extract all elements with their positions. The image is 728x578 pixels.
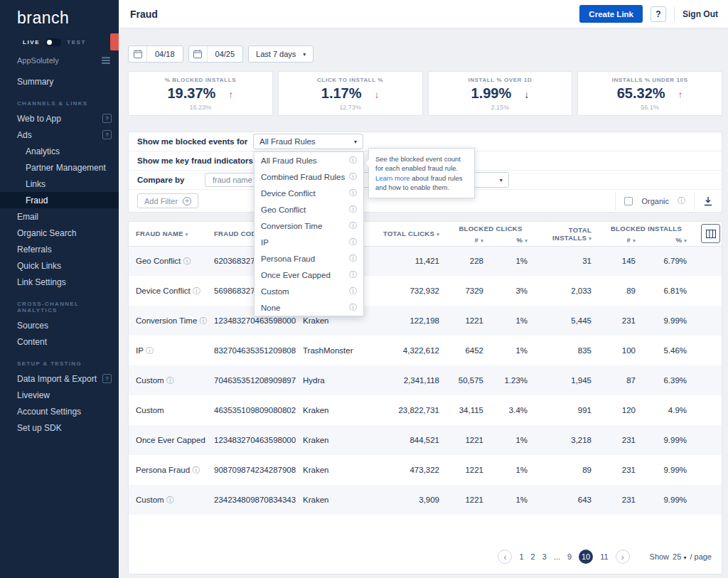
page-number-current[interactable]: 10	[579, 550, 593, 564]
sidebar-item-email[interactable]: Email	[0, 208, 119, 225]
menu-item-custom[interactable]: Customⓘ	[255, 283, 363, 299]
info-icon[interactable]: ⓘ	[349, 188, 357, 198]
column-picker-button[interactable]	[701, 224, 720, 243]
sidebar-item-sources[interactable]: Sources	[0, 317, 119, 333]
info-icon[interactable]: ⓘ	[349, 269, 357, 280]
sort-caret-icon[interactable]: ▾	[525, 238, 528, 243]
menu-item-geo-conflict[interactable]: Geo Conflictⓘ	[255, 201, 363, 218]
app-selector[interactable]: AppSolutely	[0, 50, 119, 65]
info-icon[interactable]: ⓘ	[193, 287, 200, 295]
menu-item-combined-fraud-rules[interactable]: Combined Fraud Rulesⓘ	[255, 168, 363, 185]
header-total-installs[interactable]: TOTAL INSTALLS▾	[535, 222, 599, 246]
sort-caret-icon[interactable]: ▾	[481, 238, 483, 243]
info-icon[interactable]: ⓘ	[146, 346, 154, 355]
sidebar-item-referrals[interactable]: Referrals	[0, 241, 119, 257]
sidebar-item-links[interactable]: Links	[0, 176, 119, 192]
info-icon[interactable]: ⓘ	[349, 302, 357, 313]
sort-caret-icon[interactable]: ▾	[633, 238, 636, 243]
table-cell	[694, 395, 722, 425]
learn-more-link[interactable]: Learn more	[375, 174, 410, 182]
header-fraud-name[interactable]: FRAUD NAME▾	[129, 222, 207, 246]
page-number[interactable]: 11	[600, 552, 608, 561]
table-cell	[694, 246, 722, 276]
menu-item-persona-fraud[interactable]: Persona Fraudⓘ	[255, 250, 363, 267]
info-icon[interactable]: ⓘ	[678, 196, 685, 206]
next-page-button[interactable]: ›	[616, 550, 630, 564]
sidebar-item-web-to-app[interactable]: Web to App ?	[0, 110, 119, 127]
help-badge-icon[interactable]: ?	[102, 374, 112, 383]
fraud-name-text: Custom	[136, 496, 164, 504]
info-icon[interactable]: ⓘ	[349, 171, 357, 182]
fraud-rules-dropdown[interactable]: All Fraud Rules ▾ All Fraud Rulesⓘ Combi…	[253, 134, 363, 149]
sidebar-item-content[interactable]: Content	[0, 333, 119, 350]
metric-value-text: 65.32%	[617, 85, 665, 101]
sidebar-item-organic-search[interactable]: Organic Search	[0, 225, 119, 241]
sidebar-item-data-import-export[interactable]: Data Import & Export ?	[0, 370, 119, 387]
create-link-button[interactable]: Create Link	[579, 5, 643, 23]
info-icon[interactable]: ⓘ	[349, 220, 357, 231]
sort-caret-icon[interactable]: ▾	[186, 232, 188, 237]
menu-item-all-fraud-rules[interactable]: All Fraud Rulesⓘ	[255, 152, 363, 168]
info-icon[interactable]: ⓘ	[349, 204, 357, 215]
live-test-toggle[interactable]	[46, 38, 61, 46]
sort-caret-icon[interactable]: ▾	[437, 232, 439, 237]
header-blocked-installs-pct[interactable]: %▾	[643, 235, 694, 246]
sort-caret-icon[interactable]: ▾	[684, 238, 687, 243]
date-preset-dropdown[interactable]: Last 7 days ▾	[248, 46, 314, 63]
sidebar-item-link-settings[interactable]: Link Settings	[0, 274, 119, 290]
sidebar-item-analytics[interactable]: Analytics	[0, 143, 119, 159]
header-blocked-clicks-pct[interactable]: %▾	[491, 235, 535, 246]
help-badge-icon[interactable]: ?	[102, 130, 112, 139]
compare-by-chip[interactable]: fraud name	[205, 173, 260, 187]
app-switcher-icon[interactable]	[102, 57, 110, 64]
help-badge-icon[interactable]: ?	[102, 114, 112, 123]
sidebar-item-ads[interactable]: Ads ?	[0, 127, 119, 143]
metric-card-install-over-1d: INSTALL % OVER 1D 1.99%↓ 2.15%	[428, 71, 573, 116]
page-number[interactable]: 2	[531, 552, 535, 561]
download-icon[interactable]	[703, 196, 713, 206]
info-icon[interactable]: ⓘ	[349, 237, 357, 247]
menu-item-once-ever-capped[interactable]: Once Ever Cappedⓘ	[255, 267, 363, 283]
info-icon[interactable]: ⓘ	[200, 316, 208, 325]
sidebar-item-liveview[interactable]: Liveview	[0, 387, 119, 403]
sign-out-link[interactable]: Sign Out	[682, 9, 718, 19]
table-row: Custom ⓘ 704635351208909897 Hydra 2,341,…	[129, 365, 722, 395]
table-cell: 100	[599, 336, 643, 365]
header-blocked-clicks-num[interactable]: #▾	[446, 235, 491, 246]
table-cell: Geo Conflict ⓘ	[129, 246, 207, 276]
add-filter-button[interactable]: Add Filter +	[137, 193, 198, 208]
table-options: Organic ⓘ	[615, 190, 713, 212]
prev-page-button[interactable]: ‹	[498, 550, 512, 564]
info-icon[interactable]: ⓘ	[183, 257, 191, 265]
sidebar-item-quick-links[interactable]: Quick Links	[0, 257, 119, 274]
info-icon[interactable]: ⓘ	[166, 376, 174, 385]
date-to-input[interactable]: 04/25	[188, 46, 244, 63]
sidebar-item-fraud[interactable]: Fraud	[0, 192, 119, 208]
organic-checkbox[interactable]	[624, 197, 633, 205]
sidebar-item-account-settings[interactable]: Account Settings	[0, 403, 119, 419]
header-total-clicks[interactable]: TOTAL CLICKS▾	[373, 222, 446, 246]
header-blocked-installs-num[interactable]: #▾	[599, 235, 643, 246]
menu-item-ip[interactable]: IPⓘ	[255, 234, 363, 250]
page-number[interactable]: 9	[567, 552, 572, 561]
tooltip-text: See the blocked event count for each ena…	[375, 155, 461, 172]
info-icon[interactable]: ⓘ	[349, 286, 357, 296]
menu-item-device-conflict[interactable]: Device Conflictⓘ	[255, 185, 363, 201]
chevron-down-icon: ▾	[500, 177, 503, 183]
sidebar-item-summary[interactable]: Summary	[0, 73, 119, 90]
menu-item-none[interactable]: Noneⓘ	[255, 299, 363, 316]
sidebar-item-partner-management[interactable]: Partner Management	[0, 159, 119, 176]
info-icon[interactable]: ⓘ	[349, 155, 357, 166]
page-number[interactable]: 3	[542, 552, 547, 561]
page-size-select[interactable]: 25 ▾	[673, 552, 686, 561]
sidebar-item-setup-sdk[interactable]: Set up SDK	[0, 419, 119, 436]
info-icon[interactable]: ⓘ	[192, 466, 200, 474]
table-cell: Once Ever Capped ⓘ	[129, 425, 207, 455]
menu-item-conversion-time[interactable]: Conversion Timeⓘ	[255, 218, 363, 234]
info-icon[interactable]: ⓘ	[166, 496, 174, 504]
sort-caret-icon[interactable]: ▾	[589, 236, 592, 241]
date-from-input[interactable]: 04/18	[128, 46, 183, 63]
page-number[interactable]: 1	[519, 552, 523, 561]
help-button[interactable]: ?	[651, 6, 666, 22]
info-icon[interactable]: ⓘ	[349, 253, 357, 264]
